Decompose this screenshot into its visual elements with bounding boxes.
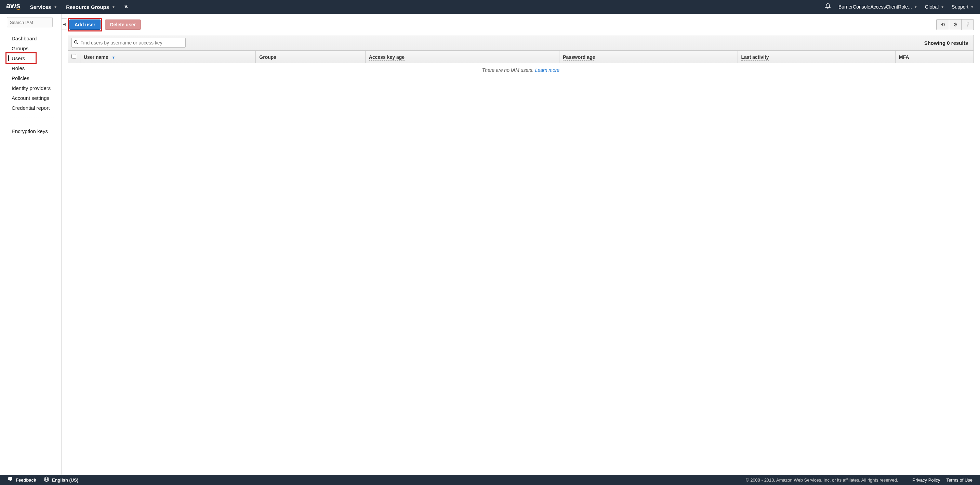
sidebar-item-label: Dashboard — [12, 36, 37, 41]
filter-bar: Showing 0 results — [68, 35, 974, 51]
chevron-down-icon: ▼ — [914, 5, 918, 9]
chevron-down-icon: ▼ — [941, 5, 944, 9]
region-label: Global — [925, 4, 939, 10]
column-label: MFA — [899, 54, 909, 60]
search-icon — [74, 40, 78, 46]
bell-icon — [825, 3, 831, 11]
learn-more-link[interactable]: Learn more — [535, 67, 560, 73]
sidebar-item-account-settings[interactable]: Account settings — [0, 93, 61, 103]
aws-logo[interactable]: aws ⌣ — [6, 3, 21, 10]
support-menu[interactable]: Support ▼ — [951, 4, 974, 10]
sidebar-item-credential-report[interactable]: Credential report — [0, 103, 61, 113]
sidebar-search-input[interactable] — [7, 17, 52, 27]
sidebar-item-label: Users — [12, 56, 25, 61]
delete-user-button[interactable]: Delete user — [105, 19, 141, 30]
feedback-link[interactable]: Feedback — [8, 477, 36, 483]
services-menu[interactable]: Services ▼ — [30, 4, 57, 10]
resource-groups-menu[interactable]: Resource Groups ▼ — [66, 4, 115, 10]
chat-icon — [8, 477, 13, 483]
users-search-input[interactable] — [80, 40, 183, 46]
settings-button[interactable]: ⚙ — [949, 19, 961, 30]
column-mfa[interactable]: MFA — [896, 51, 974, 63]
sidebar-item-groups[interactable]: Groups — [0, 43, 61, 53]
pin-icon: ✦ — [123, 3, 130, 11]
copyright-text: © 2008 - 2018, Amazon Web Services, Inc.… — [746, 477, 898, 483]
column-label: User name — [84, 54, 108, 60]
sidebar-item-roles[interactable]: Roles — [0, 63, 61, 73]
main-content: ◀ Add user Delete user ⟲ ⚙ ❔ Showing 0 r — [62, 14, 980, 475]
svg-line-1 — [76, 43, 78, 44]
highlight-annotation: Add user — [68, 18, 102, 32]
sidebar-divider — [9, 118, 54, 118]
collapse-sidebar-button[interactable]: ◀ — [62, 19, 67, 29]
column-label: Password age — [563, 54, 595, 60]
help-button[interactable]: ❔ — [961, 19, 974, 30]
account-role-label: BurnerConsoleAccessClientRole... — [838, 4, 912, 10]
svg-point-0 — [75, 41, 77, 43]
pin-shortcut[interactable]: ✦ — [124, 4, 129, 10]
toolbar-icon-group: ⟲ ⚙ ❔ — [936, 19, 974, 30]
account-role-menu[interactable]: BurnerConsoleAccessClientRole... ▼ — [838, 4, 918, 10]
help-icon: ❔ — [964, 22, 971, 28]
chevron-down-icon: ▼ — [54, 5, 57, 9]
empty-state-row: There are no IAM users. Learn more — [68, 63, 974, 77]
support-label: Support — [951, 4, 968, 10]
users-search-wrapper — [72, 38, 186, 48]
select-all-header — [68, 51, 80, 63]
results-count: Showing 0 results — [924, 40, 970, 46]
language-label: English (US) — [52, 477, 78, 483]
sidebar-item-label: Policies — [12, 75, 29, 81]
refresh-icon: ⟲ — [941, 22, 945, 28]
globe-icon — [44, 477, 49, 483]
sidebar-item-encryption-keys[interactable]: Encryption keys — [0, 126, 61, 136]
sidebar-item-label: Credential report — [12, 105, 50, 111]
sidebar-item-users[interactable]: Users — [0, 53, 61, 63]
add-user-button[interactable]: Add user — [69, 19, 100, 30]
column-access-key-age[interactable]: Access key age — [365, 51, 559, 63]
chevron-down-icon: ▼ — [112, 5, 115, 9]
select-all-checkbox[interactable] — [72, 54, 76, 59]
privacy-policy-link[interactable]: Privacy Policy — [913, 477, 940, 483]
feedback-label: Feedback — [16, 477, 36, 483]
sidebar-item-policies[interactable]: Policies — [0, 73, 61, 83]
column-label: Groups — [259, 54, 276, 60]
column-label: Access key age — [369, 54, 404, 60]
sidebar-item-label: Encryption keys — [12, 128, 48, 134]
users-table: User name ▼ Groups Access key age Passwo… — [68, 51, 974, 77]
chevron-down-icon: ▼ — [970, 5, 974, 9]
footer: Feedback English (US) © 2008 - 2018, Ama… — [0, 475, 980, 485]
sidebar-item-label: Groups — [12, 46, 29, 51]
action-toolbar: Add user Delete user ⟲ ⚙ ❔ — [68, 14, 974, 35]
services-label: Services — [30, 4, 51, 10]
sidebar-item-identity-providers[interactable]: Identity providers — [0, 83, 61, 93]
column-groups[interactable]: Groups — [256, 51, 365, 63]
column-user-name[interactable]: User name ▼ — [80, 51, 256, 63]
sidebar-item-label: Identity providers — [12, 85, 51, 91]
gear-icon: ⚙ — [953, 22, 958, 28]
terms-of-use-link[interactable]: Terms of Use — [946, 477, 972, 483]
resource-groups-label: Resource Groups — [66, 4, 109, 10]
empty-state-text: There are no IAM users. — [482, 67, 535, 73]
column-password-age[interactable]: Password age — [559, 51, 738, 63]
sidebar-item-label: Roles — [12, 65, 25, 71]
aws-smile-icon: ⌣ — [6, 8, 21, 10]
notifications-button[interactable] — [825, 3, 831, 11]
region-menu[interactable]: Global ▼ — [925, 4, 944, 10]
column-label: Last activity — [741, 54, 769, 60]
top-nav: aws ⌣ Services ▼ Resource Groups ▼ ✦ Bur… — [0, 0, 980, 14]
sidebar-item-dashboard[interactable]: Dashboard — [0, 33, 61, 43]
refresh-button[interactable]: ⟲ — [937, 19, 949, 30]
sort-down-icon: ▼ — [111, 56, 115, 59]
sidebar-item-label: Account settings — [12, 95, 49, 101]
language-selector[interactable]: English (US) — [44, 477, 78, 483]
sidebar: Dashboard Groups Users Roles Policies Id… — [0, 14, 62, 475]
column-last-activity[interactable]: Last activity — [738, 51, 896, 63]
chevron-left-icon: ◀ — [63, 22, 66, 26]
